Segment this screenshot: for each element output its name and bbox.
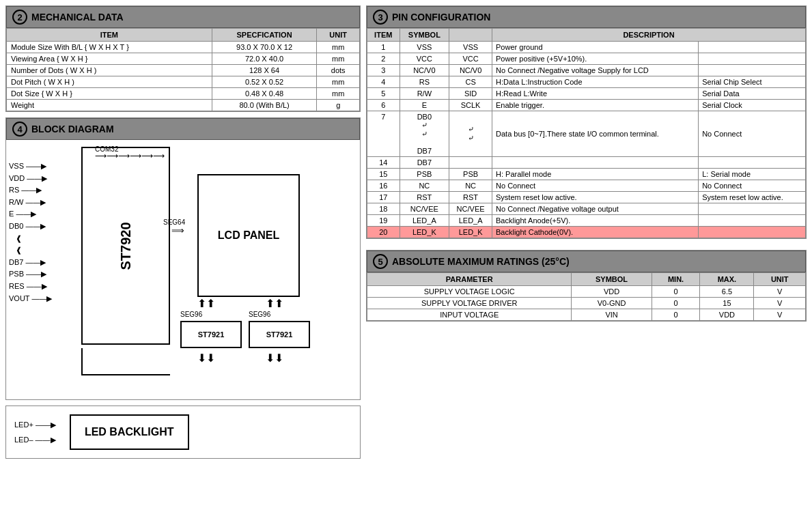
pin-row: 15PSBPSBH: Parallel modeL: Serial mode: [367, 169, 806, 180]
bd-label-e: E ——▶: [9, 208, 52, 221]
pin-desc2: Serial Clock: [699, 100, 806, 111]
bd-up-arrow-right: ⬆⬆: [266, 297, 283, 310]
pin-symbol2: LED_A: [449, 215, 492, 227]
mech-cell: 0.48 X 0.48: [212, 88, 317, 100]
bd-down-arrow-right: ⬇⬇: [266, 352, 283, 365]
pin-desc2: L: Serial mode: [699, 169, 806, 180]
pin-symbol1: NC: [400, 180, 449, 192]
pin-desc1: Enable trigger.: [492, 100, 699, 111]
abs-row: SUPPLY VOLTAGE LOGICVDD06.5V: [367, 286, 806, 298]
mech-cell: 80.0 (With B/L): [212, 100, 317, 111]
pin-symbol1: E: [400, 100, 449, 111]
mech-cell: 128 X 64: [212, 65, 317, 76]
abs-max-header: 5 ABSOLUTE MAXIMUM RATINGS (25°C): [367, 251, 806, 272]
pin-row: 3NC/V0NC/V0No Connect /Negative voltage …: [367, 65, 806, 76]
pin-config-section: 3 PIN CONFIGURATION ITEM SYMBOL DESCRIPT…: [366, 5, 807, 239]
mechanical-title: MECHANICAL DATA: [31, 12, 124, 23]
mech-cell: mm: [317, 42, 360, 53]
mech-cell: Module Size With B/L { W X H X T }: [7, 42, 212, 53]
pin-symbol2: SID: [449, 88, 492, 100]
abs-cell: 6.5: [700, 286, 754, 298]
abs-cell: V: [754, 298, 806, 309]
bd-st7920-box: ST7920: [81, 147, 170, 345]
pin-symbol1: NC/V0: [400, 65, 449, 76]
mech-cell: mm: [317, 76, 360, 88]
abs-cell: 0: [652, 298, 700, 309]
bd-st7920-label: ST7920: [118, 222, 134, 270]
mech-cell: dots: [317, 65, 360, 76]
abs-cell: V: [754, 309, 806, 321]
pin-symbol1: DB0⤶⤶DB7: [400, 111, 449, 157]
bd-label-vdd: VDD ——▶: [9, 173, 52, 185]
pin-symbol1: VCC: [400, 53, 449, 65]
pin-symbol1: RS: [400, 76, 449, 88]
pin-row: 17RSTRSTSystem reset low active.System r…: [367, 192, 806, 203]
bd-feedback-line: [81, 348, 170, 375]
pin-desc2: [699, 65, 806, 76]
pin-empty2: [699, 157, 806, 169]
pin-item: 2: [367, 53, 400, 65]
pin-symbol1: NC/VEE: [400, 203, 449, 215]
mech-cell: Number of Dots ( W X H ): [7, 65, 212, 76]
pin-item: 4: [367, 76, 400, 88]
pin-empty1: [492, 157, 699, 169]
abs-col-max: MAX.: [700, 273, 754, 286]
pin-desc2: No Connect: [699, 180, 806, 192]
led-title: LED BACKLIGHT: [85, 426, 174, 438]
mech-cell: Viewing Area { W X H }: [7, 53, 212, 65]
pin-desc2: Serial Data: [699, 88, 806, 100]
led-section: LED+ ——▶ LED– ——▶ LED BACKLIGHT: [5, 406, 361, 459]
pin-symbol2: ⤶⤶: [449, 111, 492, 157]
mech-cell: mm: [317, 88, 360, 100]
abs-cell: VDD: [700, 309, 754, 321]
abs-col-symbol: SYMBOL: [572, 273, 652, 286]
pin-desc1: System reset low active.: [492, 192, 699, 203]
pin-item: 6: [367, 100, 400, 111]
bd-label-db7: DB7 ——▶: [9, 257, 52, 269]
pin-item: 17: [367, 192, 400, 203]
section-number-4: 4: [12, 122, 27, 137]
bd-down-arrow-left: ⬇⬇: [197, 352, 215, 365]
pin-item-14: 14: [367, 157, 400, 169]
pin-desc1: H:Read L:Write: [492, 88, 699, 100]
pin-item: 20: [367, 227, 400, 238]
bd-label-rw: R/W ——▶: [9, 197, 52, 209]
pin-symbol2: NC/V0: [449, 65, 492, 76]
pin-row: 2VCCVCCPower positive (+5V+10%).: [367, 53, 806, 65]
mech-cell: Weight: [7, 100, 212, 111]
pin-item: 18: [367, 203, 400, 215]
abs-max-table: PARAMETER SYMBOL MIN. MAX. UNIT SUPPLY V…: [367, 272, 806, 321]
led-box: LED BACKLIGHT: [70, 414, 189, 450]
pin-db7: DB7: [400, 157, 449, 169]
mechanical-table: ITEM SPECFICATION UNIT Module Size With …: [6, 28, 360, 111]
pin-symbol2: SCLK: [449, 100, 492, 111]
pin-desc1: No Connect /Negative voltage Supply for …: [492, 65, 699, 76]
abs-cell: SUPPLY VOLTAGE LOGIC: [367, 286, 572, 298]
abs-cell: VDD: [572, 286, 652, 298]
pin-desc1: Data bus [0~7].There state I/O common te…: [492, 111, 699, 157]
block-diagram-title: BLOCK DIAGRAM: [31, 124, 114, 134]
mech-cell: Dot Size { W X H }: [7, 88, 212, 100]
abs-col-param: PARAMETER: [367, 273, 572, 286]
led-content: LED+ ——▶ LED– ——▶ LED BACKLIGHT: [6, 406, 360, 458]
pin-config-table: ITEM SYMBOL DESCRIPTION 1VSSVSSPower gro…: [367, 28, 806, 238]
pin-desc1: H: Parallel mode: [492, 169, 699, 180]
mech-cell: 0.52 X 0.52: [212, 76, 317, 88]
bd-lcd-box: LCD PANEL: [197, 174, 300, 297]
block-diagram-area: VSS ——▶ VDD ——▶ RS ——▶ R/W ——▶ E ——▶ DB0…: [6, 140, 360, 399]
pin-nc: [449, 157, 492, 169]
main-container: 2 MECHANICAL DATA ITEM SPECFICATION UNIT…: [5, 5, 807, 459]
bd-label-curly2: ❰: [16, 244, 52, 257]
pin-row-db7-bottom: 14DB7: [367, 157, 806, 169]
pin-desc2: [699, 227, 806, 238]
pin-row: 16NCNCNo ConnectNo Connect: [367, 180, 806, 192]
bd-arrow-top: ⟶⟶⟶⟶⟶⟶: [95, 151, 165, 160]
pin-desc2: [699, 203, 806, 215]
pin-item: 5: [367, 88, 400, 100]
pin-item: 1: [367, 42, 400, 53]
bd-up-arrow-left: ⬆⬆: [197, 297, 215, 310]
led-minus-label: LED– ——▶: [14, 432, 56, 447]
mechanical-header: 2 MECHANICAL DATA: [6, 6, 360, 28]
pin-desc1: Backlight Anode(+5V).: [492, 215, 699, 227]
pin-item: 3: [367, 65, 400, 76]
